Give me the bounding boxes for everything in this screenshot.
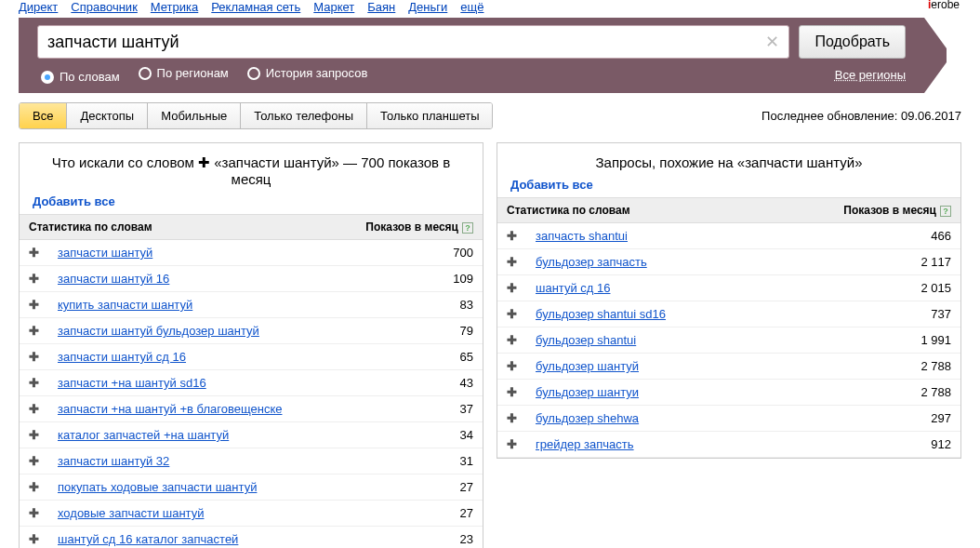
table-row: ✚запчасть shantui466 bbox=[497, 223, 960, 249]
col-stat-header: Статистика по словам bbox=[497, 198, 761, 223]
top-nav-link[interactable]: ещё bbox=[460, 0, 483, 14]
top-nav-link[interactable]: Баян bbox=[367, 0, 395, 14]
add-icon[interactable]: ✚ bbox=[497, 275, 526, 301]
count-cell: 79 bbox=[334, 318, 483, 344]
keyword-cell: шантуй сд 16 bbox=[526, 275, 761, 301]
keyword-link[interactable]: бульдозер shantui sd16 bbox=[536, 307, 666, 321]
keyword-link[interactable]: бульдозер шантуи bbox=[536, 385, 639, 399]
add-all-right[interactable]: Добавить все bbox=[497, 178, 606, 192]
last-update: Последнее обновление: 09.06.2017 bbox=[761, 109, 961, 123]
add-icon[interactable]: ✚ bbox=[497, 432, 526, 458]
add-icon[interactable]: ✚ bbox=[20, 396, 48, 422]
keyword-link[interactable]: покупать ходовые запчасти шантуй bbox=[58, 480, 257, 494]
filter-radio[interactable]: История запросов bbox=[247, 66, 368, 80]
keyword-link[interactable]: грейдер запчасть bbox=[536, 437, 634, 451]
keyword-cell: запчасти шантуй 16 bbox=[48, 266, 334, 292]
keyword-link[interactable]: бульдозер запчасть bbox=[536, 255, 647, 269]
keyword-link[interactable]: шантуй сд 16 каталог запчастей bbox=[58, 532, 238, 546]
keyword-link[interactable]: шантуй сд 16 bbox=[536, 281, 610, 295]
count-cell: 27 bbox=[334, 501, 483, 527]
keyword-cell: бульдозер запчасть bbox=[526, 249, 761, 275]
table-row: ✚шантуй сд 162 015 bbox=[497, 275, 960, 301]
top-nav-link[interactable]: Рекламная сеть bbox=[211, 0, 300, 14]
add-icon[interactable]: ✚ bbox=[497, 223, 526, 249]
filters-row: По словамПо регионамИстория запросов Все… bbox=[37, 59, 906, 93]
brand-label: ierobe bbox=[928, 0, 960, 11]
add-icon[interactable]: ✚ bbox=[497, 301, 526, 327]
top-nav-link[interactable]: Маркет bbox=[313, 0, 354, 14]
filter-radio[interactable]: По регионам bbox=[139, 66, 229, 80]
count-cell: 31 bbox=[334, 448, 483, 474]
add-icon[interactable]: ✚ bbox=[20, 318, 48, 344]
count-cell: 109 bbox=[334, 266, 483, 292]
keyword-link[interactable]: запчасти шантуй сд 16 bbox=[58, 350, 186, 364]
top-nav-link[interactable]: Метрика bbox=[151, 0, 198, 14]
add-icon[interactable]: ✚ bbox=[20, 501, 48, 527]
keyword-cell: запчасти шантуй 32 bbox=[48, 448, 334, 474]
add-icon[interactable]: ✚ bbox=[20, 448, 48, 474]
keyword-link[interactable]: бульдозер shantui bbox=[536, 333, 636, 347]
keyword-cell: грейдер запчасть bbox=[526, 432, 761, 458]
keyword-link[interactable]: каталог запчастей +на шантуй bbox=[58, 428, 229, 442]
add-icon[interactable]: ✚ bbox=[497, 406, 526, 432]
filter-radio[interactable]: По словам bbox=[41, 70, 120, 84]
add-icon[interactable]: ✚ bbox=[20, 474, 48, 501]
keyword-link[interactable]: запчасти шантуй bbox=[58, 246, 152, 260]
count-cell: 466 bbox=[761, 223, 960, 249]
device-tab[interactable]: Только планшеты bbox=[367, 103, 492, 128]
add-icon[interactable]: ✚ bbox=[20, 422, 48, 448]
device-tabs: ВсеДесктопыМобильныеТолько телефоныТольк… bbox=[19, 102, 493, 129]
table-row: ✚запчасти шантуй сд 1665 bbox=[20, 344, 483, 370]
keyword-cell: запчасти шантуй bbox=[48, 240, 334, 266]
add-all-left[interactable]: Добавить все bbox=[20, 194, 128, 208]
add-icon[interactable]: ✚ bbox=[497, 354, 526, 380]
help-icon[interactable]: ? bbox=[940, 206, 951, 217]
top-nav-link[interactable]: Директ bbox=[19, 0, 58, 14]
radio-icon bbox=[41, 71, 54, 84]
search-input[interactable] bbox=[47, 27, 765, 57]
keyword-link[interactable]: запчасти +на шантуй sd16 bbox=[58, 376, 206, 390]
keyword-link[interactable]: ходовые запчасти шантуй bbox=[58, 506, 204, 520]
count-cell: 43 bbox=[334, 370, 483, 396]
keyword-link[interactable]: запчасти шантуй бульдозер шантуй bbox=[58, 324, 259, 338]
device-tab[interactable]: Десктопы bbox=[67, 103, 148, 128]
radio-icon bbox=[247, 67, 260, 80]
keyword-link[interactable]: запчасть shantui bbox=[536, 229, 628, 243]
keyword-link[interactable]: запчасти +на шантуй +в благовещенске bbox=[58, 402, 282, 416]
top-nav-link[interactable]: Деньги bbox=[408, 0, 447, 14]
keyword-link[interactable]: купить запчасти шантуй bbox=[58, 298, 192, 312]
keyword-cell: купить запчасти шантуй bbox=[48, 292, 334, 318]
all-regions-link[interactable]: Все регионы bbox=[835, 68, 906, 82]
table-row: ✚запчасти шантуй 3231 bbox=[20, 448, 483, 474]
keyword-cell: бульдозер shantui bbox=[526, 327, 761, 354]
add-icon[interactable]: ✚ bbox=[20, 292, 48, 318]
add-icon[interactable]: ✚ bbox=[20, 344, 48, 370]
keyword-link[interactable]: бульдозер shehwa bbox=[536, 411, 639, 425]
add-icon[interactable]: ✚ bbox=[20, 240, 48, 266]
table-row: ✚купить запчасти шантуй83 bbox=[20, 292, 483, 318]
clear-icon[interactable]: ✕ bbox=[765, 32, 779, 52]
search-bar: ✕ Подобрать По словамПо регионамИстория … bbox=[19, 18, 924, 93]
keyword-cell: ходовые запчасти шантуй bbox=[48, 501, 334, 527]
keyword-cell: бульдозер shantui sd16 bbox=[526, 301, 761, 327]
add-icon[interactable]: ✚ bbox=[20, 266, 48, 292]
radio-label: По регионам bbox=[157, 66, 229, 80]
device-tab[interactable]: Все bbox=[20, 103, 67, 128]
keyword-cell: бульдозер шантуи bbox=[526, 380, 761, 406]
top-nav-link[interactable]: Справочник bbox=[71, 0, 138, 14]
count-cell: 27 bbox=[334, 474, 483, 501]
keyword-link[interactable]: бульдозер шантуй bbox=[536, 359, 639, 373]
add-icon[interactable]: ✚ bbox=[497, 380, 526, 406]
keyword-link[interactable]: запчасти шантуй 32 bbox=[58, 454, 169, 468]
add-icon[interactable]: ✚ bbox=[497, 327, 526, 354]
count-cell: 83 bbox=[334, 292, 483, 318]
device-tab[interactable]: Только телефоны bbox=[241, 103, 367, 128]
add-icon[interactable]: ✚ bbox=[20, 527, 48, 549]
count-cell: 700 bbox=[334, 240, 483, 266]
add-icon[interactable]: ✚ bbox=[497, 249, 526, 275]
keyword-link[interactable]: запчасти шантуй 16 bbox=[58, 272, 169, 286]
submit-button[interactable]: Подобрать bbox=[799, 25, 906, 59]
add-icon[interactable]: ✚ bbox=[20, 370, 48, 396]
device-tab[interactable]: Мобильные bbox=[148, 103, 241, 128]
help-icon[interactable]: ? bbox=[462, 222, 473, 234]
